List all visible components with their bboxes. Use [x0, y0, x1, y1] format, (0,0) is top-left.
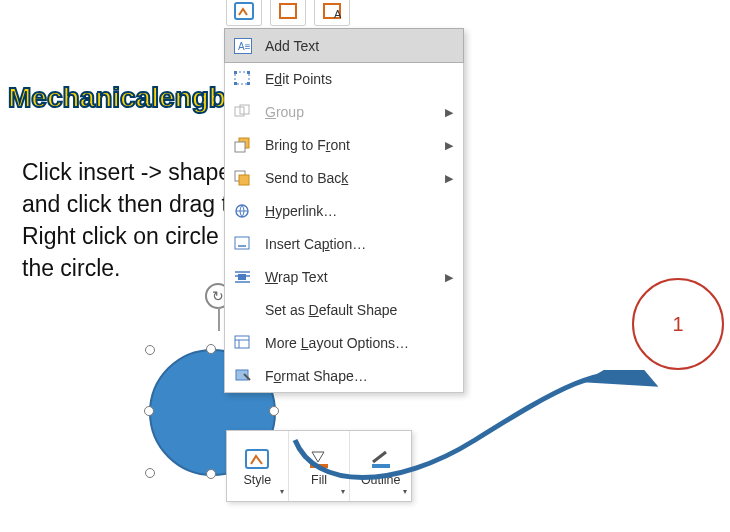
svg-rect-9 [234, 82, 237, 85]
menu-bring-to-front[interactable]: Bring to Front ▶ [225, 128, 463, 161]
fill-icon [304, 445, 334, 473]
top-outline-icon[interactable]: A [314, 0, 350, 26]
outline-icon [366, 445, 396, 473]
format-shape-icon [233, 366, 253, 386]
result-number: 1 [672, 313, 683, 336]
submenu-arrow-icon: ▶ [445, 270, 453, 283]
blank-icon [233, 300, 253, 320]
resize-handle-nw[interactable] [145, 345, 155, 355]
svg-rect-6 [235, 72, 249, 84]
menu-set-default-shape[interactable]: Set as Default Shape [225, 293, 463, 326]
submenu-arrow-icon: ▶ [445, 138, 453, 151]
menu-label: Set as Default Shape [265, 302, 397, 318]
svg-text:A: A [334, 8, 342, 20]
add-text-icon: A≡ [233, 36, 253, 56]
mini-label: Style [243, 473, 271, 487]
svg-rect-16 [239, 175, 249, 185]
menu-label: Group [265, 104, 304, 120]
resize-handle-e[interactable] [269, 406, 279, 416]
menu-more-layout-options[interactable]: More Layout Options… [225, 326, 463, 359]
resize-handle-w[interactable] [144, 406, 154, 416]
layout-options-icon [233, 333, 253, 353]
menu-label: Edit Points [265, 71, 332, 87]
svg-rect-18 [235, 237, 249, 249]
shape-mini-toolbar: Style ▾ Fill ▾ Outline ▾ [226, 430, 412, 502]
menu-label: Wrap Text [265, 269, 328, 285]
menu-add-text[interactable]: A≡ Add Text [224, 28, 464, 63]
svg-rect-1 [280, 4, 296, 18]
mini-outline-button[interactable]: Outline ▾ [350, 431, 411, 501]
mini-label: Fill [311, 473, 327, 487]
menu-label: Bring to Front [265, 137, 350, 153]
shape-context-menu: A≡ Add Text Edit Points Group ▶ Bring to… [224, 28, 464, 393]
svg-rect-10 [247, 82, 250, 85]
resize-handle-sw[interactable] [145, 468, 155, 478]
menu-label: Add Text [265, 38, 319, 54]
svg-rect-29 [310, 464, 328, 468]
svg-rect-7 [234, 71, 237, 74]
menu-label: Send to Back [265, 170, 348, 186]
wrap-text-icon [233, 267, 253, 287]
send-back-icon [233, 168, 253, 188]
svg-text:A≡: A≡ [238, 41, 251, 52]
dropdown-arrow-icon: ▾ [341, 487, 345, 496]
menu-label: More Layout Options… [265, 335, 409, 351]
menu-insert-caption[interactable]: Insert Caption… [225, 227, 463, 260]
group-icon [233, 102, 253, 122]
menu-edit-points[interactable]: Edit Points [225, 62, 463, 95]
caption-icon [233, 234, 253, 254]
menu-label: Hyperlink… [265, 203, 337, 219]
svg-rect-22 [238, 274, 246, 280]
dropdown-arrow-icon: ▾ [403, 487, 407, 496]
dropdown-arrow-icon: ▾ [280, 487, 284, 496]
top-toolbar-fragment: A [226, 0, 350, 26]
menu-wrap-text[interactable]: Wrap Text ▶ [225, 260, 463, 293]
mini-style-button[interactable]: Style ▾ [227, 431, 289, 501]
top-style-icon[interactable] [226, 0, 262, 26]
resize-handle-s[interactable] [206, 469, 216, 479]
mini-label: Outline [361, 473, 401, 487]
mini-fill-button[interactable]: Fill ▾ [289, 431, 351, 501]
menu-label: Insert Caption… [265, 236, 366, 252]
submenu-arrow-icon: ▶ [445, 171, 453, 184]
bring-front-icon [233, 135, 253, 155]
submenu-arrow-icon: ▶ [445, 105, 453, 118]
top-fill-icon[interactable] [270, 0, 306, 26]
menu-label: Format Shape… [265, 368, 368, 384]
svg-rect-8 [247, 71, 250, 74]
hyperlink-icon [233, 201, 253, 221]
resize-handle-n[interactable] [206, 344, 216, 354]
svg-rect-24 [235, 336, 249, 348]
menu-send-to-back[interactable]: Send to Back ▶ [225, 161, 463, 194]
style-icon [242, 445, 272, 473]
edit-points-icon [233, 69, 253, 89]
svg-rect-14 [235, 142, 245, 152]
menu-group: Group ▶ [225, 95, 463, 128]
result-circle: 1 [632, 278, 724, 370]
menu-hyperlink[interactable]: Hyperlink… [225, 194, 463, 227]
svg-rect-30 [372, 464, 390, 468]
menu-format-shape[interactable]: Format Shape… [225, 359, 463, 392]
